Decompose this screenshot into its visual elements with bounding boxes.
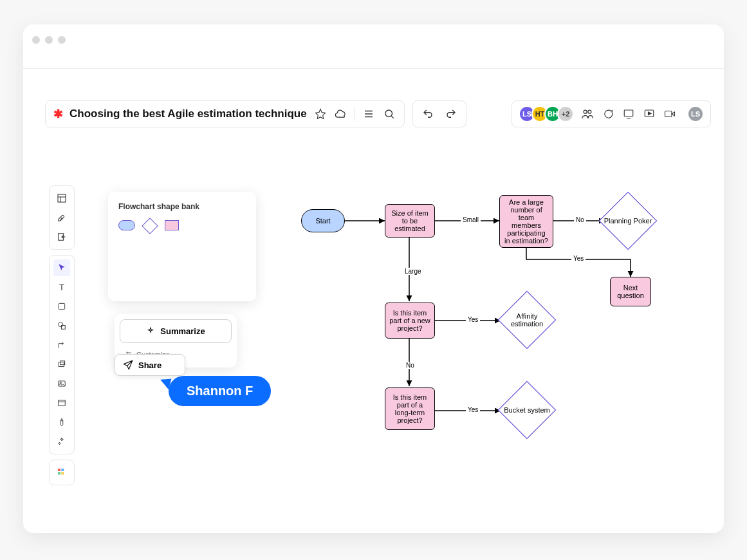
edge-label-no: No bbox=[404, 362, 416, 369]
fc-newproject-node[interactable]: Is this item part of a new project? bbox=[385, 303, 435, 339]
fc-longterm-node[interactable]: Is this item part of a long-term project… bbox=[385, 387, 435, 430]
edge-label-yes: Yes bbox=[571, 255, 586, 262]
edge-label-yes: Yes bbox=[466, 316, 480, 323]
edge-label-no: No bbox=[574, 216, 586, 223]
edge-label-large: Large bbox=[403, 268, 423, 275]
fc-teammembers-node[interactable]: Are a large number of team members parti… bbox=[499, 195, 553, 248]
fc-longterm-label: Is this item part of a long-term project… bbox=[389, 393, 430, 424]
fc-size-label: Size of item to be estimated bbox=[389, 209, 430, 232]
fc-planningpoker-node[interactable]: Planning Poker bbox=[599, 192, 657, 250]
fc-nextquestion-node[interactable]: Next question bbox=[610, 277, 651, 306]
fc-newproject-label: Is this item part of a new project? bbox=[389, 309, 430, 332]
edge-label-yes: Yes bbox=[466, 406, 480, 413]
fc-nextquestion-label: Next question bbox=[614, 284, 647, 299]
fc-size-node[interactable]: Size of item to be estimated bbox=[385, 204, 435, 238]
fc-start-node[interactable]: Start bbox=[301, 209, 345, 232]
fc-bucket-label: Bucket system bbox=[501, 406, 553, 414]
fc-affinity-node[interactable]: Affinity estimation bbox=[498, 291, 556, 349]
fc-affinity-label: Affinity estimation bbox=[501, 312, 553, 328]
fc-start-label: Start bbox=[315, 217, 330, 225]
fc-bucket-node[interactable]: Bucket system bbox=[498, 381, 556, 439]
fc-teammembers-label: Are a large number of team members parti… bbox=[504, 198, 549, 245]
fc-planningpoker-label: Planning Poker bbox=[602, 217, 654, 225]
edge-label-small: Small bbox=[461, 216, 481, 223]
browser-window: ✱ Choosing the best Agile estimation tec… bbox=[23, 24, 724, 533]
